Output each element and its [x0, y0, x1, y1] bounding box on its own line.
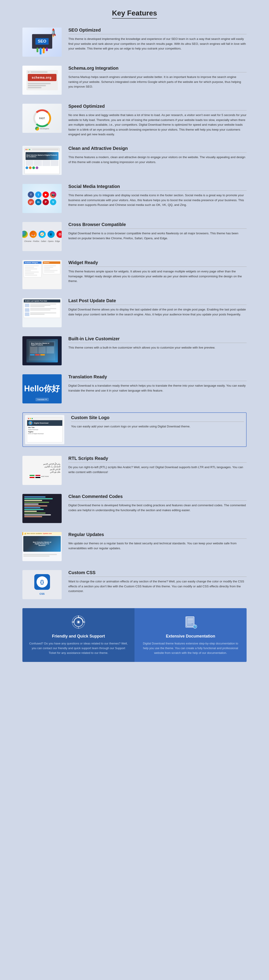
css-braces-icon: {} — [40, 579, 44, 585]
css-logo-inner: {} — [37, 576, 48, 587]
feature-content-logo: Custom Site Logo You can easily add your… — [71, 415, 244, 429]
logo-site-name-display: Digital Download — [34, 422, 48, 424]
feature-content-widget: Widget Ready This theme features ample s… — [68, 260, 247, 283]
code-line-8 — [24, 509, 44, 510]
svg-text:?: ? — [194, 625, 196, 628]
clean-browser: Most Selective Market of Digital Product… — [24, 148, 60, 174]
feature-image-seo: 🚀 SEO — [22, 27, 62, 57]
feature-image-lastpost: Enable Last Update Post Date — [22, 298, 62, 327]
page-title: Key Features — [112, 9, 157, 19]
feature-row-seo: 🚀 SEO SEO Optimized This theme is develo… — [22, 27, 247, 57]
feature-row-design: Most Selective Market of Digital Product… — [22, 146, 247, 175]
feature-row-social: f t ▶ 📷 g+ in P V Social Media Integrati… — [22, 184, 247, 213]
lp-header: Enable Last Update Post Date — [24, 299, 60, 302]
feature-row-crossbrowser: 🦊 🧭 e O Chrome · Firefox · Safari · Oper… — [22, 222, 247, 251]
flag-eg — [35, 475, 40, 478]
feature-title-lastpost: Last Post Update Date — [68, 298, 247, 305]
feature-title-crossbrowser: Cross Browser Compatible — [68, 222, 247, 229]
feature-title-seo: SEO Optimized — [68, 27, 247, 34]
facebook-icon: f — [28, 191, 34, 198]
feature-desc-social: This theme allows you to integrate and d… — [68, 193, 247, 207]
feature-image-customizer: Most Selective Market of Digital Product… — [22, 336, 62, 365]
youtube-icon: ▶ — [43, 191, 49, 198]
feature-row-customcss: {} CSS Custom CSS Want to change the col… — [22, 570, 247, 599]
docs-icon-svg: ? — [183, 615, 198, 630]
logo-browser: 🎨 Digital Download Site Title Digital Do… — [27, 417, 62, 442]
feature-row-updates: 🔔 New version available. Update now Most… — [22, 532, 247, 561]
support-icon — [71, 615, 86, 630]
schema-lines — [28, 83, 51, 88]
support-icon-svg — [71, 615, 86, 630]
code-line-12 — [24, 516, 42, 517]
code-line-10 — [24, 512, 46, 514]
lp-body — [24, 302, 60, 318]
seo-monitor: SEO — [32, 34, 52, 49]
feature-image-rtl: بِسْمِ اللَّهِ الرَّحْمَٰنِ الرَّحِيمِ ا… — [22, 456, 62, 485]
feature-content-design: Clean and Attractive Design This theme f… — [68, 146, 247, 164]
rtl-flags: and more — [24, 475, 60, 478]
code-line-9 — [24, 511, 37, 512]
feature-content-social: Social Media Integration This theme allo… — [68, 184, 247, 207]
flag-sa — [24, 475, 29, 478]
feature-desc-crossbrowser: Digital Download theme is a cross-browse… — [68, 231, 247, 240]
firefox-logo: 🦊 — [30, 231, 37, 238]
feature-desc-logo: You can easily add your own custom logo … — [71, 424, 244, 429]
updates-notice: 🔔 New version available. Update now — [22, 532, 62, 535]
logo-placeholder: 🎨 — [29, 421, 32, 425]
flag-ir — [30, 475, 35, 478]
title-wrapper: Key Features — [22, 9, 247, 19]
feature-row-widget: Available Widgets Sidebar — [22, 260, 247, 289]
code-line-3 — [24, 500, 42, 501]
feature-title-customcss: Custom CSS — [68, 570, 247, 577]
feature-content-crossbrowser: Cross Browser Compatible Digital Downloa… — [68, 222, 247, 240]
feature-title-schema: Schema.org Integration — [68, 66, 247, 72]
feature-content-cleancode: Clean Commented Codes Digital Download t… — [68, 494, 247, 512]
pinterest-icon: P — [43, 199, 49, 205]
feature-desc-schema: Schema Markup helps search engines under… — [68, 75, 247, 89]
support-title: Friendly and Quick Support — [52, 634, 105, 639]
widget-content-area — [24, 264, 41, 277]
feature-content-customcss: Custom CSS Want to change the color or a… — [68, 570, 247, 593]
feature-title-design: Clean and Attractive Design — [68, 146, 247, 153]
update-link[interactable]: Update now — [43, 533, 52, 534]
docs-icon: ? — [183, 615, 198, 630]
feature-content-seo: SEO Optimized This theme is developed im… — [68, 27, 247, 51]
code-line-7 — [24, 507, 40, 508]
feature-image-schema: schema.org — [22, 66, 62, 95]
code-line-2 — [24, 498, 53, 499]
feature-desc-cleancode: Digital Download theme is developed foll… — [68, 503, 247, 512]
cust-preview: Most Selective Market of Digital Product… — [27, 339, 58, 363]
feature-title-widget: Widget Ready — [68, 260, 247, 267]
widget-sidebar-bar: Sidebar — [43, 261, 60, 264]
twitter-icon: t — [35, 191, 41, 198]
feature-desc-translation: Digital Download is a translation ready … — [68, 383, 247, 393]
docs-desc: Digital Download theme features extensiv… — [140, 641, 241, 655]
feature-content-speed: Speed Optimized No one likes a slow and … — [68, 104, 247, 137]
svg-point-3 — [78, 621, 80, 623]
feature-desc-lastpost: Digital Download theme allows you to dis… — [68, 307, 247, 317]
feature-row-schema: schema.org Schema.org Integration Schema… — [22, 66, 247, 95]
bottom-section: Friendly and Quick Support Confused? Do … — [22, 608, 247, 662]
widget-title-bar: Available Widgets — [24, 261, 41, 264]
feature-image-updates: 🔔 New version available. Update now Most… — [22, 532, 62, 561]
feature-desc-customcss: Want to change the color or animation ef… — [68, 579, 247, 593]
feature-title-logo: Custom Site Logo — [71, 415, 244, 422]
code-line-1 — [24, 496, 46, 498]
opera-logo: O — [56, 231, 62, 238]
feature-image-crossbrowser: 🦊 🧭 e O Chrome · Firefox · Safari · Oper… — [22, 222, 62, 251]
dev-logo: Developers — [35, 127, 49, 130]
code-line-6 — [24, 505, 47, 506]
docs-title: Extensive Documentation — [166, 634, 215, 639]
safari-logo: 🧭 — [38, 231, 46, 238]
feature-content-customizer: Built-in Live Customizer This theme come… — [68, 336, 247, 350]
googleplus-icon: g+ — [28, 199, 34, 205]
feature-desc-widget: This theme features ample space for widg… — [68, 269, 247, 283]
page-wrapper: Key Features 🚀 SEO SEO Optimized This th… — [0, 0, 269, 671]
seo-label: SEO — [35, 38, 48, 45]
feature-desc-speed: No one likes a slow and laggy website th… — [68, 113, 247, 137]
feature-content-rtl: RTL Scripts Ready Do you run right-to-le… — [68, 456, 247, 474]
rtl-arabic-text: بِسْمِ اللَّهِ الرَّحْمَٰنِ الرَّحِيمِ ا… — [24, 463, 60, 474]
chrome-logo — [22, 231, 28, 238]
feature-row-logo: 🎨 Digital Download Site Title Digital Do… — [22, 412, 247, 447]
feature-desc-design: This theme features a modern, clean and … — [68, 155, 247, 164]
